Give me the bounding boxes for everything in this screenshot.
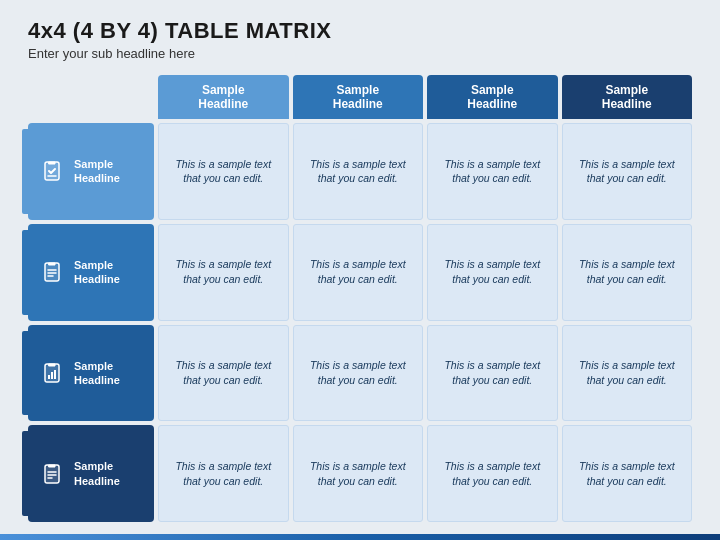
svg-rect-10 xyxy=(45,465,59,483)
data-row-3: SampleHeadline This is a sample text tha… xyxy=(28,325,692,422)
svg-rect-2 xyxy=(45,263,59,281)
cell-2-3[interactable]: This is a sample text that you can edit. xyxy=(427,224,558,321)
row-header-2-label: SampleHeadline xyxy=(74,258,120,287)
cell-3-3[interactable]: This is a sample text that you can edit. xyxy=(427,325,558,422)
clipboard-check-icon xyxy=(38,157,66,185)
col-header-3: SampleHeadline xyxy=(427,75,558,119)
cell-4-4[interactable]: This is a sample text that you can edit. xyxy=(562,425,693,522)
page-title: 4x4 (4 BY 4) TABLE MATRIX xyxy=(28,18,692,44)
cell-3-1[interactable]: This is a sample text that you can edit. xyxy=(158,325,289,422)
page-subtitle: Enter your sub headline here xyxy=(28,46,692,61)
row-header-3-label: SampleHeadline xyxy=(74,359,120,388)
col-header-1: SampleHeadline xyxy=(158,75,289,119)
file-chart-icon xyxy=(38,359,66,387)
data-rows: SampleHeadline This is a sample text tha… xyxy=(28,123,692,522)
cell-4-3[interactable]: This is a sample text that you can edit. xyxy=(427,425,558,522)
cell-2-4[interactable]: This is a sample text that you can edit. xyxy=(562,224,693,321)
cell-4-1[interactable]: This is a sample text that you can edit. xyxy=(158,425,289,522)
row-header-1: SampleHeadline xyxy=(28,123,154,220)
col-header-2: SampleHeadline xyxy=(293,75,424,119)
cell-1-2[interactable]: This is a sample text that you can edit. xyxy=(293,123,424,220)
data-row-2: SampleHeadline This is a sample text tha… xyxy=(28,224,692,321)
header-row: SampleHeadline SampleHeadline SampleHead… xyxy=(158,75,692,119)
cell-1-4[interactable]: This is a sample text that you can edit. xyxy=(562,123,693,220)
cell-3-2[interactable]: This is a sample text that you can edit. xyxy=(293,325,424,422)
cell-1-3[interactable]: This is a sample text that you can edit. xyxy=(427,123,558,220)
bottom-bar xyxy=(0,534,720,540)
matrix-container: SampleHeadline SampleHeadline SampleHead… xyxy=(28,75,692,522)
cell-3-4[interactable]: This is a sample text that you can edit. xyxy=(562,325,693,422)
svg-rect-8 xyxy=(51,372,53,379)
row-header-4: SampleHeadline xyxy=(28,425,154,522)
row-header-3: SampleHeadline xyxy=(28,325,154,422)
col-header-4: SampleHeadline xyxy=(562,75,693,119)
svg-rect-9 xyxy=(54,370,56,379)
row-header-1-label: SampleHeadline xyxy=(74,157,120,186)
svg-rect-7 xyxy=(48,375,50,379)
row-header-4-label: SampleHeadline xyxy=(74,459,120,488)
cell-2-2[interactable]: This is a sample text that you can edit. xyxy=(293,224,424,321)
cell-1-1[interactable]: This is a sample text that you can edit. xyxy=(158,123,289,220)
page-wrapper: 4x4 (4 BY 4) TABLE MATRIX Enter your sub… xyxy=(0,0,720,540)
row-header-2: SampleHeadline xyxy=(28,224,154,321)
data-row-4: SampleHeadline This is a sample text tha… xyxy=(28,425,692,522)
cell-4-2[interactable]: This is a sample text that you can edit. xyxy=(293,425,424,522)
cell-2-1[interactable]: This is a sample text that you can edit. xyxy=(158,224,289,321)
document-icon xyxy=(38,460,66,488)
clipboard-list-icon xyxy=(38,258,66,286)
data-row-1: SampleHeadline This is a sample text tha… xyxy=(28,123,692,220)
